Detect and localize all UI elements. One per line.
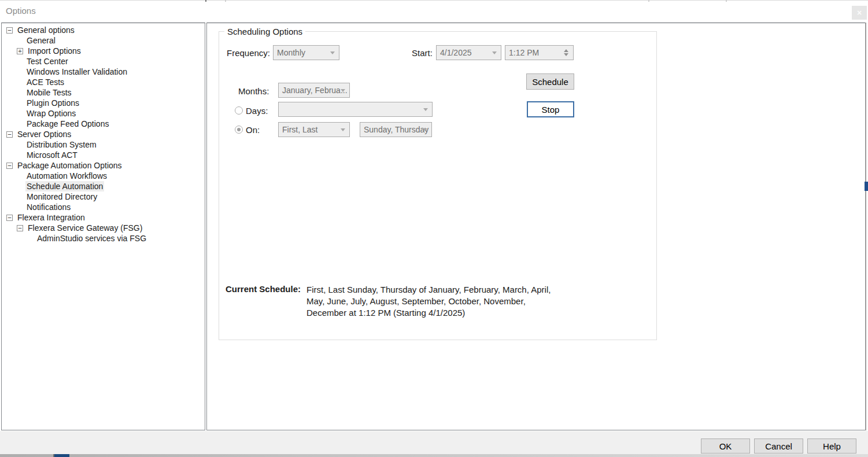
- taskbar-accent-mark: [53, 454, 69, 457]
- on-radio[interactable]: [235, 126, 243, 134]
- tree-item-wrap-options[interactable]: Wrap Options: [2, 108, 205, 119]
- collapse-icon[interactable]: −: [6, 131, 13, 138]
- on-weekday-dropdown[interactable]: Sunday, Thursday: [360, 122, 432, 137]
- tree-item-schedule-automation[interactable]: Schedule Automation: [2, 181, 205, 191]
- start-date-dropdown[interactable]: 4/1/2025: [436, 45, 501, 60]
- groupbox-title: Scheduling Options: [224, 27, 305, 36]
- current-schedule-line: December at 1:12 PM (Starting 4/1/2025): [306, 307, 551, 319]
- start-time-value: 1:12 PM: [509, 48, 539, 57]
- on-week-dropdown[interactable]: First, Last: [278, 122, 350, 137]
- tree-item-package-feed-options[interactable]: Package Feed Options: [2, 119, 205, 129]
- spinner-up-icon[interactable]: [564, 49, 568, 52]
- tree-item-test-center[interactable]: Test Center: [2, 56, 205, 67]
- collapse-icon[interactable]: −: [17, 225, 23, 231]
- spinner-down-icon[interactable]: [564, 53, 568, 56]
- collapse-icon[interactable]: −: [6, 163, 13, 169]
- tree-item-automation-workflows[interactable]: Automation Workflows: [2, 171, 205, 181]
- chevron-down-icon: [341, 128, 345, 131]
- collapse-icon[interactable]: −: [6, 215, 13, 221]
- taskbar-edge: [0, 454, 868, 457]
- months-dropdown[interactable]: January, Februa...: [278, 83, 350, 98]
- cancel-button[interactable]: Cancel: [754, 438, 803, 454]
- scheduling-options-groupbox: Scheduling Options Frequency: Monthly St…: [219, 31, 657, 340]
- ok-button[interactable]: OK: [701, 438, 750, 454]
- days-dropdown[interactable]: [278, 102, 433, 117]
- background-window-tick: [726, 0, 727, 2]
- background-scrollbar-mark: [865, 182, 868, 191]
- tree-item-notifications[interactable]: Notifications: [2, 202, 205, 212]
- tree-item-windows-installer-validation[interactable]: Windows Installer Validation: [2, 67, 205, 77]
- tree-item-general-options[interactable]: −General options: [2, 25, 205, 35]
- chevron-down-icon: [330, 51, 335, 54]
- tree-item-import-options[interactable]: +Import Options: [2, 46, 205, 56]
- days-label: Days:: [246, 106, 268, 116]
- tree-item-ace-tests[interactable]: ACE Tests: [2, 77, 205, 87]
- expand-icon[interactable]: +: [17, 48, 23, 54]
- frequency-dropdown[interactable]: Monthly: [273, 45, 339, 60]
- on-week-value: First, Last: [282, 125, 317, 134]
- background-window-tick: [648, 0, 649, 2]
- months-label: Months:: [238, 86, 269, 96]
- frequency-label: Frequency:: [227, 48, 270, 58]
- background-scrollbar-edge: [865, 23, 866, 430]
- help-button[interactable]: Help: [807, 438, 856, 454]
- dialog-footer: OK Cancel Help: [0, 431, 868, 454]
- background-window-edge: [0, 0, 868, 1]
- start-time-spinner[interactable]: 1:12 PM: [505, 45, 574, 60]
- tree-item-microsoft-act[interactable]: Microsoft ACT: [2, 150, 205, 160]
- tree-item-distribution-system[interactable]: Distribution System: [2, 139, 205, 150]
- background-window-tick: [205, 0, 206, 2]
- options-category-tree-panel: −General options General +Import Options…: [1, 23, 205, 430]
- tree-item-adminstudio-services-via-fsg[interactable]: AdminStudio services via FSG: [2, 233, 205, 244]
- chevron-down-icon: [423, 128, 427, 131]
- start-date-value: 4/1/2025: [440, 48, 472, 57]
- stop-button[interactable]: Stop: [527, 101, 574, 117]
- days-radio[interactable]: [235, 106, 243, 115]
- chevron-down-icon: [492, 51, 497, 54]
- current-schedule-line: May, June, July, August, September, Octo…: [306, 296, 551, 307]
- start-label: Start:: [412, 48, 433, 58]
- tree-item-package-automation-options[interactable]: −Package Automation Options: [2, 160, 205, 171]
- on-weekday-value: Sunday, Thursday: [364, 125, 429, 134]
- frequency-value: Monthly: [277, 48, 305, 57]
- chevron-down-icon: [423, 108, 428, 111]
- tree-item-plugin-options[interactable]: Plugin Options: [2, 98, 205, 108]
- on-label: On:: [246, 125, 260, 135]
- tree-item-mobile-tests[interactable]: Mobile Tests: [2, 87, 205, 98]
- chevron-down-icon: [341, 89, 345, 92]
- current-schedule-text: First, Last Sunday, Thursday of January,…: [306, 284, 551, 319]
- close-icon[interactable]: ×: [852, 6, 867, 20]
- options-tree: −General options General +Import Options…: [2, 23, 205, 244]
- months-value: January, Februa...: [282, 86, 348, 95]
- tree-item-server-options[interactable]: −Server Options: [2, 129, 205, 139]
- schedule-button[interactable]: Schedule: [526, 73, 574, 90]
- tree-item-flexera-service-gateway[interactable]: −Flexera Service Gateway (FSG): [2, 223, 205, 233]
- current-schedule-line: First, Last Sunday, Thursday of January,…: [306, 284, 551, 296]
- scheduling-options-panel: Scheduling Options Frequency: Monthly St…: [206, 23, 866, 430]
- tree-item-flexera-integration[interactable]: −Flexera Integration: [2, 212, 205, 223]
- current-schedule-label: Current Schedule:: [226, 284, 301, 294]
- tree-item-monitored-directory[interactable]: Monitored Directory: [2, 191, 205, 202]
- collapse-icon[interactable]: −: [6, 27, 13, 34]
- background-window-tick: [225, 0, 226, 2]
- tree-item-general[interactable]: General: [2, 35, 205, 46]
- dialog-title: Options: [6, 6, 36, 16]
